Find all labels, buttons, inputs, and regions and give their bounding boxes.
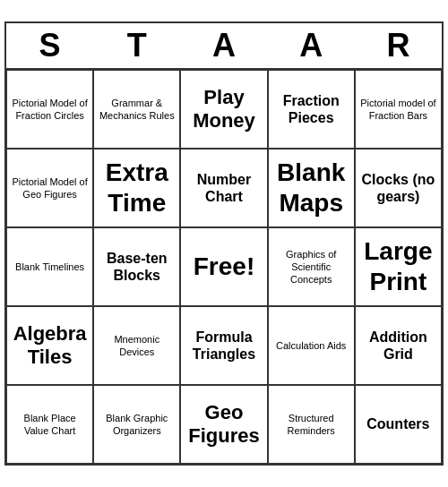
bingo-cell[interactable]: Calculation Aids (268, 306, 355, 385)
bingo-cell[interactable]: Number Chart (180, 149, 267, 227)
bingo-cell[interactable]: Graphics of Scientific Concepts (268, 227, 355, 306)
bingo-cell[interactable]: Large Print (355, 227, 442, 306)
bingo-cell[interactable]: Free! (180, 227, 267, 306)
bingo-cell[interactable]: Blank Timelines (6, 227, 93, 306)
bingo-cell[interactable]: Algebra Tiles (6, 306, 93, 385)
bingo-grid: Pictorial Model of Fraction CirclesGramm… (6, 70, 442, 464)
header-letter-A: A (180, 27, 267, 64)
bingo-cell[interactable]: Blank Graphic Organizers (93, 385, 180, 464)
bingo-cell[interactable]: Addition Grid (355, 306, 442, 385)
bingo-cell[interactable]: Play Money (180, 70, 267, 149)
header-letter-T: T (93, 27, 180, 64)
header-letter-A: A (268, 27, 355, 64)
bingo-cell[interactable]: Clocks (no gears) (355, 149, 442, 227)
bingo-cell[interactable]: Counters (355, 385, 442, 464)
bingo-cell[interactable]: Mnemonic Devices (93, 306, 180, 385)
bingo-header: STAAR (6, 23, 442, 70)
bingo-cell[interactable]: Extra Time (93, 149, 180, 227)
bingo-cell[interactable]: Formula Triangles (180, 306, 267, 385)
header-letter-S: S (6, 27, 93, 64)
bingo-cell[interactable]: Geo Figures (180, 385, 267, 464)
bingo-cell[interactable]: Blank Place Value Chart (6, 385, 93, 464)
bingo-cell[interactable]: Grammar & Mechanics Rules (93, 70, 180, 149)
header-letter-R: R (355, 27, 442, 64)
bingo-cell[interactable]: Structured Reminders (268, 385, 355, 464)
bingo-cell[interactable]: Pictorial Model of Geo Figures (6, 149, 93, 227)
bingo-cell[interactable]: Base-ten Blocks (93, 227, 180, 306)
bingo-cell[interactable]: Blank Maps (268, 149, 355, 227)
bingo-cell[interactable]: Pictorial Model of Fraction Circles (6, 70, 93, 149)
bingo-cell[interactable]: Fraction Pieces (268, 70, 355, 149)
bingo-card: STAAR Pictorial Model of Fraction Circle… (4, 21, 444, 466)
bingo-cell[interactable]: Pictorial model of Fraction Bars (355, 70, 442, 149)
